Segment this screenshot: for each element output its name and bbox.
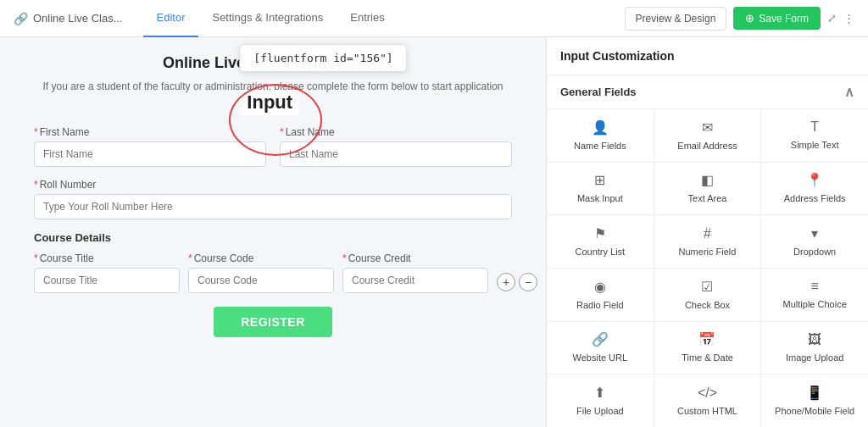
field-label: Numeric Field: [679, 246, 737, 258]
course-credit-input[interactable]: [342, 268, 488, 293]
field-icon: ≡: [810, 279, 818, 294]
tab-editor[interactable]: Editor: [143, 0, 199, 37]
field-item-radio-field[interactable]: ◉Radio Field: [547, 269, 654, 321]
field-icon: T: [810, 119, 819, 135]
field-label: File Upload: [576, 405, 624, 417]
field-item-email-address[interactable]: ✉Email Address: [654, 109, 761, 162]
logo-icon: 🔗: [14, 12, 28, 25]
field-item-image-upload[interactable]: 🖼Image Upload: [761, 322, 868, 374]
field-item-custom-html[interactable]: </>Custom HTML: [654, 374, 761, 427]
course-credit-group: *Course Credit: [342, 252, 488, 293]
field-item-phone/mobile-field[interactable]: 📱Phone/Mobile Field: [761, 374, 868, 427]
field-item-dropdown[interactable]: ▾Dropdown: [761, 215, 868, 268]
field-item-text-area[interactable]: ◧Text Area: [654, 163, 761, 215]
field-item-address-fields[interactable]: 📍Address Fields: [761, 163, 868, 215]
last-name-input[interactable]: [280, 141, 512, 167]
shortcode-overlay: [fluentform id="156"]: [239, 44, 407, 72]
field-icon: ⬆: [594, 385, 605, 401]
field-icon: ◉: [594, 279, 606, 295]
field-item-simple-text[interactable]: TSimple Text: [761, 109, 868, 162]
field-label: Custom HTML: [677, 405, 737, 417]
course-title-group: *Course Title: [34, 252, 180, 293]
course-code-label: *Course Code: [188, 252, 334, 264]
app-title: Online Live Clas...: [33, 12, 123, 25]
form-editor: [fluentform id="156"] Input Online Live …: [0, 37, 546, 427]
field-item-file-upload[interactable]: ⬆File Upload: [547, 374, 654, 427]
first-name-input[interactable]: [34, 141, 266, 167]
field-icon: ◧: [701, 172, 714, 188]
field-label: Multiple Choice: [783, 298, 847, 310]
course-title-label: *Course Title: [34, 252, 180, 264]
course-section-label: Course Details: [34, 231, 512, 244]
add-course-button[interactable]: +: [497, 273, 515, 291]
nav-tabs: Editor Settings & Integrations Entries: [143, 0, 398, 37]
field-item-name-fields[interactable]: 👤Name Fields: [547, 109, 654, 162]
course-controls: + −: [497, 273, 537, 293]
field-label: Check Box: [685, 299, 730, 311]
roll-number-input[interactable]: [34, 194, 512, 219]
tab-settings[interactable]: Settings & Integrations: [198, 0, 337, 37]
last-name-group: *Last Name: [280, 126, 512, 167]
field-icon: ✉: [702, 119, 713, 136]
field-label: Radio Field: [576, 299, 624, 311]
field-icon: ⚑: [594, 225, 606, 241]
field-item-country-list[interactable]: ⚑Country List: [547, 215, 654, 268]
course-title-input[interactable]: [34, 268, 180, 293]
field-icon: ⊞: [594, 172, 605, 188]
first-name-label: *First Name: [34, 126, 266, 138]
name-row: *First Name *Last Name: [34, 126, 512, 167]
course-code-input[interactable]: [188, 268, 334, 293]
field-icon: </>: [698, 385, 717, 401]
field-label: Simple Text: [791, 139, 839, 151]
roll-number-label: *Roll Number: [34, 179, 512, 191]
field-label: Name Fields: [574, 140, 626, 152]
field-icon: 🖼: [808, 332, 821, 347]
field-label: Text Area: [688, 192, 727, 204]
register-btn-wrap: REGISTER: [34, 307, 512, 337]
field-label: Image Upload: [786, 352, 844, 363]
logo-area: 🔗 Online Live Clas...: [14, 12, 123, 25]
field-icon: #: [704, 226, 711, 241]
more-icons: ⤢ ⋮: [827, 12, 854, 25]
field-icon: 📱: [806, 385, 823, 401]
top-actions: Preview & Design Save Form ⤢ ⋮: [625, 7, 854, 30]
field-item-time-&-date[interactable]: 📅Time & Date: [654, 322, 761, 374]
field-icon: ☑: [701, 279, 713, 295]
sidebar: Input Customization General Fields ∧ 👤Na…: [546, 37, 868, 427]
input-label-overlay: Input: [240, 90, 299, 115]
field-label: Country List: [575, 246, 625, 258]
register-button[interactable]: REGISTER: [214, 307, 332, 337]
more-icon[interactable]: ⋮: [843, 12, 854, 25]
field-icon: 🔗: [592, 331, 609, 347]
field-item-numeric-field[interactable]: #Numeric Field: [654, 215, 761, 268]
course-row: *Course Title *Course Code *Course Credi…: [34, 252, 512, 293]
top-nav: 🔗 Online Live Clas... Editor Settings & …: [0, 0, 868, 37]
fields-grid: 👤Name Fields✉Email AddressTSimple Text⊞M…: [547, 109, 868, 427]
field-item-website-url[interactable]: 🔗Website URL: [547, 322, 654, 374]
field-label: Dropdown: [793, 246, 836, 258]
expand-icon[interactable]: ⤢: [827, 12, 837, 25]
preview-button[interactable]: Preview & Design: [625, 7, 727, 30]
field-item-mask-input[interactable]: ⊞Mask Input: [547, 163, 654, 215]
field-icon: 📅: [698, 331, 715, 347]
field-label: Time & Date: [682, 352, 733, 363]
field-item-multiple-choice[interactable]: ≡Multiple Choice: [761, 269, 868, 321]
save-button[interactable]: Save Form: [733, 7, 821, 30]
remove-course-button[interactable]: −: [519, 273, 537, 291]
field-icon: ▾: [811, 225, 818, 241]
sidebar-header: Input Customization: [547, 37, 868, 75]
roll-number-group: *Roll Number: [34, 179, 512, 219]
field-label: Phone/Mobile Field: [775, 405, 854, 417]
course-code-group: *Course Code: [188, 252, 334, 293]
last-name-label: *Last Name: [280, 126, 512, 138]
field-icon: 📍: [806, 172, 823, 188]
field-icon: 👤: [592, 119, 609, 136]
tab-entries[interactable]: Entries: [337, 0, 398, 37]
general-fields-section[interactable]: General Fields ∧: [547, 75, 868, 109]
field-item-check-box[interactable]: ☑Check Box: [654, 269, 761, 321]
general-fields-label: General Fields: [560, 86, 637, 98]
roll-number-row: *Roll Number: [34, 179, 512, 219]
field-label: Mask Input: [577, 192, 623, 204]
field-label: Website URL: [573, 352, 628, 363]
main-layout: [fluentform id="156"] Input Online Live …: [0, 37, 868, 427]
